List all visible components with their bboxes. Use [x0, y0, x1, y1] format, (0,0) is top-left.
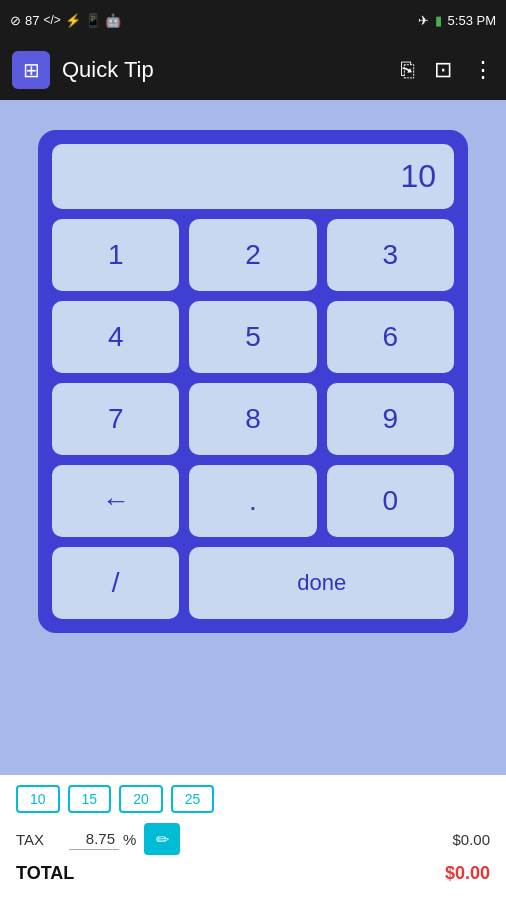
status-signal: ⊘: [10, 13, 21, 28]
btn-2[interactable]: 2: [189, 219, 316, 291]
bottom-row: / done: [52, 547, 454, 619]
status-battery-icon: ▮: [435, 13, 442, 28]
total-label: TOTAL: [16, 863, 445, 884]
btn-7[interactable]: 7: [52, 383, 179, 455]
btn-divide[interactable]: /: [52, 547, 179, 619]
btn-4[interactable]: 4: [52, 301, 179, 373]
status-bar: ⊘ 87 </> ⚡ 📱 🤖 ✈ ▮ 5:53 PM: [0, 0, 506, 40]
pencil-icon: ✏: [156, 830, 169, 849]
tax-unit: %: [123, 831, 136, 848]
btn-0[interactable]: 0: [327, 465, 454, 537]
tax-value-area: 8.75 % ✏: [69, 823, 444, 855]
status-battery-percent: 87: [25, 13, 39, 28]
status-time: 5:53 PM: [448, 13, 496, 28]
app-title: Quick Tip: [62, 57, 401, 83]
tax-value: 8.75: [69, 828, 119, 850]
status-airplane-icon: ✈: [418, 13, 429, 28]
tax-label: TAX: [16, 831, 61, 848]
tip-btn-15[interactable]: 15: [68, 785, 112, 813]
tax-amount: $0.00: [452, 831, 490, 848]
btn-8[interactable]: 8: [189, 383, 316, 455]
status-left: ⊘ 87 </> ⚡ 📱 🤖: [10, 13, 121, 28]
app-icon: ⊞: [12, 51, 50, 89]
share-icon[interactable]: ⎘: [401, 57, 414, 83]
tax-row: TAX 8.75 % ✏ $0.00: [16, 823, 490, 855]
status-phone-icon: 📱: [85, 13, 101, 28]
main-area: 10 1 2 3 4 5 6 7 8 9 ← . 0 / done: [0, 100, 506, 720]
btn-6[interactable]: 6: [327, 301, 454, 373]
btn-1[interactable]: 1: [52, 219, 179, 291]
btn-9[interactable]: 9: [327, 383, 454, 455]
total-amount: $0.00: [445, 863, 490, 884]
btn-backspace[interactable]: ←: [52, 465, 179, 537]
tip-buttons-row: 10 15 20 25: [16, 785, 490, 813]
tax-edit-button[interactable]: ✏: [144, 823, 180, 855]
numpad-display: 10: [52, 144, 454, 209]
btn-decimal[interactable]: .: [189, 465, 316, 537]
app-icon-grid: ⊞: [23, 58, 40, 82]
status-android-icon: 🤖: [105, 13, 121, 28]
edit-layout-icon[interactable]: ⊡: [434, 57, 452, 83]
status-usb-icon: ⚡: [65, 13, 81, 28]
app-bar-actions: ⎘ ⊡ ⋮: [401, 57, 494, 83]
status-code-icon: </>: [43, 13, 60, 27]
numpad-container: 10 1 2 3 4 5 6 7 8 9 ← . 0 / done: [38, 130, 468, 633]
tip-btn-20[interactable]: 20: [119, 785, 163, 813]
numpad-grid: 1 2 3 4 5 6 7 8 9 ← . 0: [52, 219, 454, 537]
status-right: ✈ ▮ 5:53 PM: [418, 13, 496, 28]
tip-btn-10[interactable]: 10: [16, 785, 60, 813]
btn-5[interactable]: 5: [189, 301, 316, 373]
btn-done[interactable]: done: [189, 547, 454, 619]
tip-btn-25[interactable]: 25: [171, 785, 215, 813]
bottom-panel: 10 15 20 25 TAX 8.75 % ✏ $0.00 TOTAL $0.…: [0, 775, 506, 900]
btn-3[interactable]: 3: [327, 219, 454, 291]
app-bar: ⊞ Quick Tip ⎘ ⊡ ⋮: [0, 40, 506, 100]
more-options-icon[interactable]: ⋮: [472, 57, 494, 83]
total-row: TOTAL $0.00: [16, 863, 490, 884]
